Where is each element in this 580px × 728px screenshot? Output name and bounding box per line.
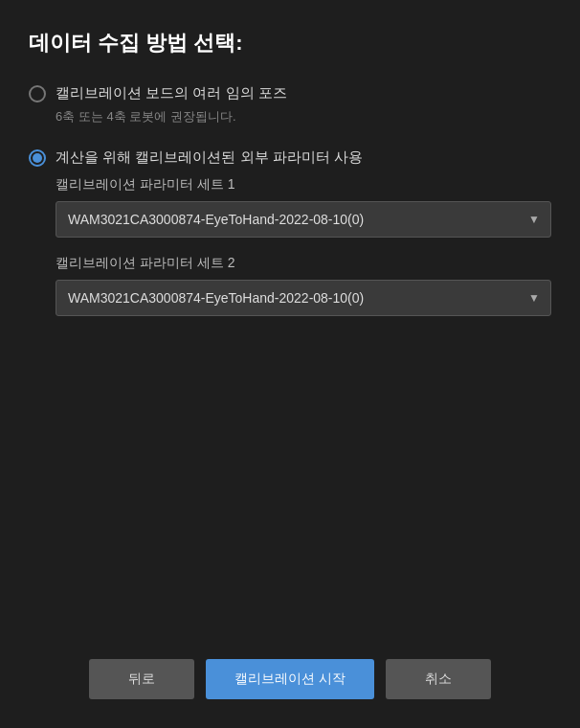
param-set-2-dropdown-wrapper: WAM3021CA3000874-EyeToHand-2022-08-10(0)… (56, 280, 551, 316)
option-random-pose-section: 캘리브레이션 보드의 여러 임의 포즈 6축 또는 4축 로봇에 권장됩니다. (29, 84, 551, 129)
dialog-container: 데이터 수집 방법 선택: 캘리브레이션 보드의 여러 임의 포즈 6축 또는 … (0, 0, 580, 728)
param-set-2-label: 캘리브레이션 파라미터 세트 2 (56, 255, 551, 272)
param-set-2-dropdown[interactable]: WAM3021CA3000874-EyeToHand-2022-08-10(0) (56, 280, 551, 316)
radio-button-random-pose[interactable] (29, 85, 46, 102)
page-title: 데이터 수집 방법 선택: (29, 29, 551, 57)
radio-button-external-params[interactable] (29, 149, 46, 167)
button-row: 뒤로 캘리브레이션 시작 취소 (29, 644, 551, 709)
radio-row-random-pose[interactable]: 캘리브레이션 보드의 여러 임의 포즈 (29, 84, 551, 102)
radio-label-random-pose: 캘리브레이션 보드의 여러 임의 포즈 (56, 84, 287, 102)
back-button[interactable]: 뒤로 (89, 659, 194, 699)
cancel-button[interactable]: 취소 (386, 659, 491, 699)
param-set-1-dropdown-wrapper: WAM3021CA3000874-EyeToHand-2022-08-10(0)… (56, 201, 551, 238)
param-set-1-dropdown[interactable]: WAM3021CA3000874-EyeToHand-2022-08-10(0) (56, 201, 551, 238)
radio-label-external-params: 계산을 위해 캘리브레이션된 외부 파라미터 사용 (56, 148, 363, 167)
radio-sublabel-random-pose: 6축 또는 4축 로봇에 권장됩니다. (56, 108, 551, 125)
param-set-1-label: 캘리브레이션 파라미터 세트 1 (56, 176, 551, 193)
radio-row-external-params[interactable]: 계산을 위해 캘리브레이션된 외부 파라미터 사용 (29, 148, 551, 167)
option-external-params-section: 계산을 위해 캘리브레이션된 외부 파라미터 사용 캘리브레이션 파라미터 세트… (29, 148, 551, 333)
start-calibration-button[interactable]: 캘리브레이션 시작 (206, 659, 374, 699)
external-params-indent: 캘리브레이션 파라미터 세트 1 WAM3021CA3000874-EyeToH… (56, 176, 551, 316)
spacer (29, 353, 551, 644)
